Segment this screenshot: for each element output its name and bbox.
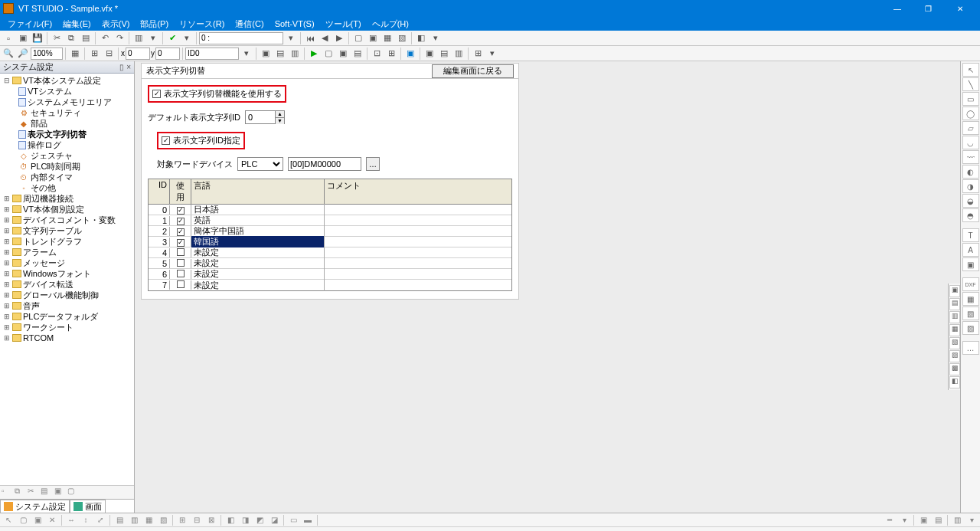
zoom-combo[interactable] — [31, 48, 63, 60]
bb-icon[interactable]: ◩ — [253, 514, 266, 526]
id-dropdown-icon[interactable]: ▾ — [240, 47, 253, 61]
line-icon[interactable]: ╲ — [962, 77, 979, 91]
bb-icon[interactable]: ▤ — [113, 514, 126, 526]
tree-item[interactable]: システムメモリエリア — [0, 97, 134, 107]
tree-item[interactable]: ⊞周辺機器接続 — [0, 193, 134, 204]
tree-item[interactable]: ⊞VT本体個別設定 — [0, 204, 134, 215]
use-checkbox[interactable] — [177, 207, 185, 215]
align-1-icon[interactable]: ⊞ — [87, 47, 101, 61]
tb2-n-icon[interactable]: ⊞ — [471, 47, 485, 61]
tree-item[interactable]: ⊞RTCOM — [0, 333, 134, 343]
tree-item[interactable]: ⊞Windowsフォント — [0, 268, 134, 279]
bb-icon[interactable]: ▥ — [950, 514, 964, 526]
nav-prev-icon[interactable]: ◀ — [318, 31, 332, 45]
id-combo[interactable] — [185, 48, 239, 60]
menu-view[interactable]: 表示(V) — [97, 18, 135, 30]
use-checkbox[interactable] — [177, 239, 185, 247]
tree-item[interactable]: ⊞デバイスコメント・変数 — [0, 215, 134, 225]
save-icon[interactable]: 💾 — [31, 31, 44, 45]
table-row[interactable]: 6未設定 — [149, 269, 511, 280]
rect-icon[interactable]: ▭ — [962, 92, 979, 106]
check-icon[interactable]: ✔ — [165, 31, 179, 45]
rf-icon[interactable]: ▩ — [949, 363, 960, 375]
bb-icon[interactable]: ▣ — [31, 514, 44, 526]
grid-icon[interactable]: ▦ — [68, 47, 82, 61]
menu-edit[interactable]: 編集(E) — [58, 18, 96, 30]
tree-item[interactable]: ⊞音声 — [0, 300, 134, 311]
table-row[interactable]: 5未設定 — [149, 258, 511, 269]
table-row[interactable]: 4未設定 — [149, 247, 511, 258]
tree-item[interactable]: ◇ジェスチャ — [0, 150, 134, 161]
mini-cut-icon[interactable]: ✂ — [28, 487, 40, 499]
mini-paste-icon[interactable]: ▤ — [41, 487, 53, 499]
table-row[interactable]: 2簡体字中国語 — [149, 226, 511, 237]
checkbox-icon[interactable] — [162, 136, 170, 145]
tool-dropdown2-icon[interactable]: ▾ — [180, 31, 194, 45]
tool-dropdown-icon[interactable]: ▾ — [146, 31, 160, 45]
tool-a-icon[interactable]: ▢ — [351, 31, 365, 45]
rf-icon[interactable]: ▧ — [949, 337, 960, 349]
table-row[interactable]: 3韓国語 — [149, 237, 511, 247]
mini-b-icon[interactable]: ▢ — [67, 487, 80, 499]
tree-item-active[interactable]: 表示文字列切替 — [0, 129, 134, 139]
bb-icon[interactable]: ━ — [883, 514, 897, 526]
plc-select[interactable]: PLC — [237, 157, 283, 171]
zoom-in-icon[interactable]: 🔍 — [2, 47, 15, 61]
tree-item[interactable]: ⊞PLCデータフォルダ — [0, 311, 134, 322]
bb-icon[interactable]: ◧ — [224, 514, 237, 526]
default-id-input[interactable] — [246, 111, 275, 123]
bb-icon[interactable]: ↕ — [79, 514, 93, 526]
col-id[interactable]: ID — [149, 179, 170, 204]
enable-feature-checkbox[interactable]: 表示文字列切替機能を使用する — [148, 85, 286, 103]
tree-item[interactable]: ⊞グローバル機能制御 — [0, 290, 134, 300]
col-lang[interactable]: 言語 — [191, 179, 325, 204]
spin-down-icon[interactable]: ▼ — [275, 118, 284, 124]
use-checkbox[interactable] — [177, 218, 185, 225]
tree-item[interactable]: 操作ログ — [0, 139, 134, 150]
use-checkbox[interactable] — [177, 270, 185, 277]
table-row[interactable]: 7未設定 — [149, 280, 511, 290]
rf-icon[interactable]: ◧ — [949, 376, 960, 388]
bb-icon[interactable]: ⤢ — [93, 514, 107, 526]
tree-item[interactable]: ⊞文字列テーブル — [0, 225, 134, 236]
menu-comm[interactable]: 通信(C) — [230, 18, 268, 30]
menu-file[interactable]: ファイル(F) — [3, 18, 57, 30]
shape-b-icon[interactable]: ◑ — [962, 179, 979, 193]
curve-icon[interactable]: 〰 — [962, 150, 979, 164]
dxf-icon[interactable]: DXF — [962, 277, 979, 291]
spin-up-icon[interactable]: ▲ — [275, 111, 284, 118]
checkbox-icon[interactable] — [152, 90, 161, 98]
menu-softvt[interactable]: Soft-VT(S) — [270, 19, 319, 28]
tb2-d-icon[interactable]: ▶ — [307, 47, 321, 61]
col-comment[interactable]: コメント — [325, 179, 511, 204]
paste-icon[interactable]: ▤ — [79, 31, 93, 45]
tool-c-icon[interactable]: ▦ — [381, 31, 394, 45]
shape-d-icon[interactable]: ◓ — [962, 208, 979, 222]
tb2-o-icon[interactable]: ▾ — [485, 47, 499, 61]
use-checkbox[interactable] — [177, 259, 185, 267]
table-row[interactable]: 0日本語 — [149, 205, 511, 215]
tree-item[interactable]: ⊞アラーム — [0, 247, 134, 257]
mini-a-icon[interactable]: ▣ — [54, 487, 67, 499]
bb-icon[interactable]: ◨ — [238, 514, 252, 526]
y-input[interactable] — [155, 48, 180, 60]
tree-item[interactable]: ⚙セキュリティ — [0, 107, 134, 118]
device-input[interactable] — [288, 157, 361, 171]
bb-dropdown-icon[interactable]: ▾ — [965, 514, 978, 526]
tool-z-icon[interactable]: ▨ — [962, 321, 979, 335]
mini-copy-icon[interactable]: ⧉ — [15, 487, 27, 499]
tree-item[interactable]: ◆部品 — [0, 118, 134, 129]
tree[interactable]: ⊟VT本体システム設定 VTシステム システムメモリエリア ⚙セキュリティ ◆部… — [0, 74, 134, 485]
print-icon[interactable]: ▥ — [132, 31, 145, 45]
rf-icon[interactable]: ▤ — [949, 298, 960, 310]
tool-b-icon[interactable]: ▣ — [366, 31, 380, 45]
col-use[interactable]: 使用 — [170, 179, 191, 204]
tb2-a-icon[interactable]: ▣ — [259, 47, 273, 61]
bb-icon[interactable]: ⊞ — [175, 514, 189, 526]
menu-parts[interactable]: 部品(P) — [136, 18, 173, 30]
tree-item[interactable]: ⊞メッセージ — [0, 257, 134, 268]
tool-dropdown3-icon[interactable]: ▾ — [429, 31, 443, 45]
nav-first-icon[interactable]: ⏮ — [303, 31, 317, 45]
font-icon[interactable]: A — [962, 243, 979, 257]
bb-icon[interactable]: ▧ — [156, 514, 170, 526]
